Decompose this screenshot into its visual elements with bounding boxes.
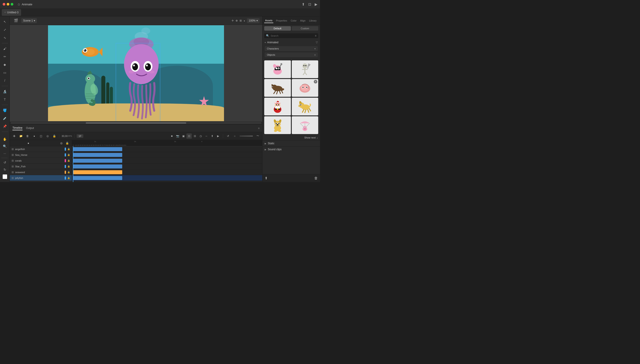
list-view-icon[interactable]: ≡	[315, 34, 316, 37]
text-tool[interactable]: T	[1, 96, 9, 103]
play-btn[interactable]: ▶	[215, 134, 221, 139]
pin-tool[interactable]: 📌	[1, 123, 9, 130]
asset-delete-4[interactable]: ✕	[314, 80, 317, 84]
tab-close-icon[interactable]: ×	[5, 11, 6, 14]
paint-tool[interactable]: 🖌	[1, 45, 9, 52]
rect-tool[interactable]: ▭	[1, 69, 9, 76]
layer-lock-corals[interactable]: 🔒	[67, 159, 70, 162]
frame-block-starfish[interactable]	[73, 164, 122, 168]
delete-layer-btn[interactable]: 🗑	[25, 134, 30, 139]
wrap-btn[interactable]: ⊟	[192, 134, 197, 139]
share-icon[interactable]: ⬆	[302, 2, 305, 6]
playhead-line[interactable]	[73, 146, 73, 182]
layer-row-seahorse[interactable]: ⊞ Sea_Horse 🔒	[10, 152, 72, 158]
layer-lock-starfish[interactable]: 🔒	[67, 165, 70, 168]
asset-thumb-4[interactable]: ✕	[292, 79, 318, 97]
redo-tl-btn[interactable]: ○	[232, 134, 237, 139]
tab-assets[interactable]: Assets	[264, 18, 273, 23]
scene-selector[interactable]: Scene 1 ▾	[21, 18, 37, 23]
minimize-button[interactable]	[7, 3, 9, 6]
asset-thumb-7[interactable]	[264, 116, 291, 134]
asset-thumb-8[interactable]	[292, 116, 318, 134]
resize-icon[interactable]: ⊡	[308, 2, 311, 6]
transform-tool[interactable]: ⤢	[1, 26, 9, 33]
layer-row-jellyfish[interactable]: ⊞ jellyfish 🔒	[10, 175, 72, 181]
lock-btn[interactable]: 🔒	[52, 134, 57, 139]
hand-tool[interactable]: ✋	[1, 136, 9, 143]
hide-btn[interactable]: ◎	[45, 134, 50, 139]
frame-block-seahorse[interactable]	[73, 153, 122, 157]
zoom-stepper[interactable]: ⬧	[244, 19, 245, 22]
asset-thumb-3[interactable]	[264, 79, 291, 97]
layer-row-corals[interactable]: ⊞ corals 🔒	[10, 158, 72, 164]
keyframe-btn[interactable]: ◫	[38, 134, 44, 139]
show-next[interactable]: Show next ↓	[263, 135, 320, 140]
pencil-tool[interactable]: ✏	[1, 53, 9, 60]
default-view-btn[interactable]: Default	[264, 26, 291, 31]
select-tool[interactable]: ↖	[1, 18, 9, 25]
redo-btn[interactable]: ↻	[1, 166, 9, 173]
layer-lock-angelfish[interactable]: 🔒	[67, 148, 70, 150]
frame-block-seaweed[interactable]	[73, 170, 122, 174]
fill-tool[interactable]: ◆	[1, 61, 9, 68]
search-input[interactable]	[271, 34, 314, 37]
color-swatch[interactable]	[3, 174, 7, 179]
frame-display[interactable]: 1F	[77, 134, 83, 138]
eyedropper-tool[interactable]: 🔬	[1, 88, 9, 95]
panel-delete-btn[interactable]: 🗑	[314, 176, 318, 180]
snap-icon[interactable]: ⊕	[236, 19, 238, 22]
tab-align[interactable]: Align	[299, 18, 306, 23]
center-icon[interactable]: ✛	[232, 19, 234, 22]
layer-dot-btn[interactable]: ●	[32, 134, 37, 139]
layer-row-seaweed[interactable]: ⊞ seaweed 🔒	[10, 169, 72, 175]
asset-thumb-6[interactable]	[292, 98, 318, 116]
tab-properties[interactable]: Properties	[275, 18, 288, 23]
objects-dropdown[interactable]: Objects ▾	[265, 52, 318, 57]
loop-btn[interactable]: ◷	[198, 134, 203, 139]
asset-thumb-2[interactable]	[292, 60, 318, 78]
camera-btn[interactable]: 📷	[175, 134, 180, 139]
export-btn[interactable]: ⬆	[209, 134, 215, 139]
asset-thumb-5[interactable]	[264, 98, 291, 116]
undo-tl-btn[interactable]: ↺	[225, 134, 231, 139]
layer-lock-jellyfish[interactable]: 🔒	[67, 177, 70, 179]
sound-section-header[interactable]: ▶ Sound clips	[263, 146, 320, 152]
scrubber[interactable]	[240, 136, 253, 136]
asset-thumb-1[interactable]	[264, 60, 291, 78]
tab-color[interactable]: Color	[290, 18, 297, 23]
timeline-menu-icon[interactable]: ≡	[258, 127, 260, 130]
stage-icon[interactable]: ⊞	[240, 19, 242, 22]
add-folder-btn[interactable]: 📁	[18, 134, 24, 139]
document-tab[interactable]: × Untitled-3	[2, 9, 21, 16]
tab-output[interactable]: Output	[26, 126, 34, 130]
custom-view-btn[interactable]: Custom	[292, 26, 318, 31]
more-tools[interactable]: ···	[1, 150, 9, 157]
eyedrop-tool2[interactable]: 💉	[1, 115, 9, 122]
static-section-header[interactable]: ▶ Static	[263, 140, 320, 146]
layer-lock-seahorse[interactable]: 🔒	[67, 154, 70, 156]
layer-lock-seaweed[interactable]: 🔒	[67, 171, 70, 173]
frame-block-angelfish[interactable]	[73, 147, 122, 151]
waveform-btn[interactable]: 〜	[255, 134, 261, 139]
characters-dropdown[interactable]: Characters ▾	[265, 46, 318, 51]
scrollbar-thumb[interactable]	[86, 122, 186, 124]
stop-btn[interactable]: ■	[169, 134, 174, 139]
close-button[interactable]	[3, 3, 5, 6]
maximize-button[interactable]	[11, 3, 13, 6]
filter-icon[interactable]: ▽	[316, 41, 318, 44]
new-layer-btn[interactable]	[12, 134, 17, 139]
onion-skin-btn[interactable]: ⊡	[186, 134, 192, 139]
tab-timeline[interactable]: Timeline	[13, 126, 23, 130]
line-tool[interactable]: /	[1, 77, 9, 84]
zoom-selector[interactable]: 100% ▾	[247, 18, 260, 23]
undo-btn[interactable]: ↺	[1, 159, 9, 166]
upload-btn[interactable]: ⬆	[265, 176, 268, 180]
bucket-tool[interactable]: 🪣	[1, 107, 9, 114]
sync-btn[interactable]: ↔	[204, 134, 209, 139]
frame-insert-btn[interactable]: ▣	[181, 134, 186, 139]
frame-block-jellyfish[interactable]	[73, 176, 122, 180]
layer-row-starfish[interactable]: ⊞ Star_Fish 🔒	[10, 164, 72, 169]
scrollbar-track[interactable]	[11, 122, 261, 124]
lasso-tool[interactable]: ∿	[1, 34, 9, 41]
tab-library[interactable]: Library	[308, 18, 318, 23]
